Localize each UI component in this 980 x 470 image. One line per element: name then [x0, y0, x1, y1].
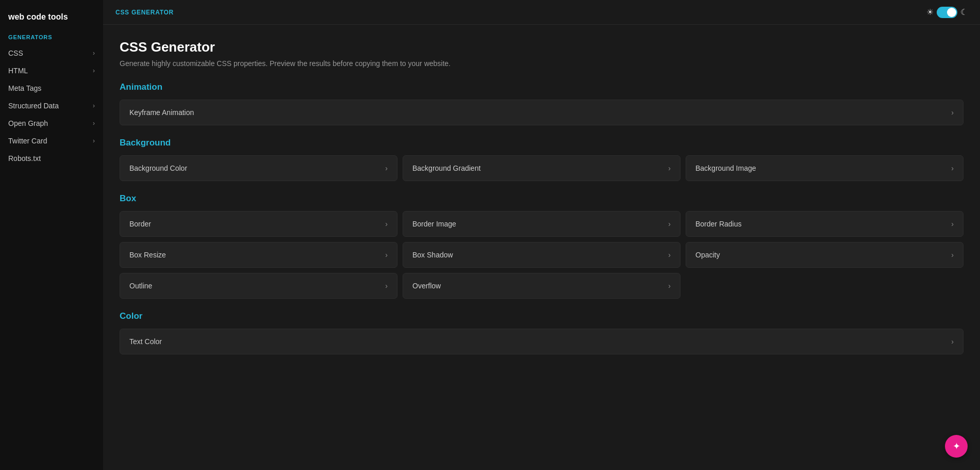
card-label: Keyframe Animation	[129, 108, 194, 117]
fab-button[interactable]: ✦	[945, 435, 968, 458]
sidebar-item-label-twitter-card: Twitter Card	[8, 137, 47, 145]
moon-icon: ☾	[960, 7, 968, 17]
fab-icon: ✦	[953, 441, 960, 452]
sidebar-item-html[interactable]: HTML ›	[0, 62, 103, 79]
chevron-right-icon: ›	[668, 164, 671, 172]
sidebar-item-structured-data[interactable]: Structured Data ›	[0, 97, 103, 115]
chevron-right-icon: ›	[385, 220, 388, 228]
sidebar-item-label-structured-data: Structured Data	[8, 102, 59, 110]
card-label: Background Color	[129, 164, 187, 172]
sidebar-item-label-open-graph: Open Graph	[8, 119, 48, 127]
card-keyframe-animation[interactable]: Keyframe Animation ›	[120, 100, 964, 125]
sidebar-item-label-css: CSS	[8, 49, 23, 57]
card-label: Overflow	[412, 282, 441, 290]
sidebar-section-generators: GENERATORS	[0, 32, 103, 44]
chevron-right-icon: ›	[385, 251, 388, 259]
card-border-image[interactable]: Border Image ›	[403, 211, 680, 237]
color-grid: Text Color ›	[120, 329, 964, 354]
chevron-right-icon: ›	[385, 282, 388, 290]
chevron-down-icon: ›	[93, 102, 95, 109]
box-grid: Border › Border Image › Border Radius › …	[120, 211, 964, 299]
sidebar-item-meta-tags[interactable]: Meta Tags	[0, 79, 103, 97]
card-background-color[interactable]: Background Color ›	[120, 155, 397, 181]
card-label: Box Resize	[129, 251, 166, 259]
chevron-right-icon: ›	[951, 251, 954, 259]
chevron-down-icon: ›	[93, 50, 95, 57]
card-label: Background Image	[695, 164, 756, 172]
section-heading-color: Color	[120, 311, 964, 321]
card-label: Opacity	[695, 251, 720, 259]
app-logo: web code tools	[0, 8, 103, 32]
toggle-thumb	[947, 8, 956, 17]
chevron-right-icon: ›	[668, 251, 671, 259]
chevron-right-icon: ›	[385, 164, 388, 172]
animation-grid: Keyframe Animation ›	[120, 100, 964, 125]
theme-toggle[interactable]	[937, 7, 957, 18]
page-subtitle: Generate highly customizable CSS propert…	[120, 59, 964, 68]
chevron-down-icon: ›	[93, 67, 95, 74]
card-label: Background Gradient	[412, 164, 480, 172]
chevron-right-icon: ›	[951, 108, 954, 117]
card-outline[interactable]: Outline ›	[120, 273, 397, 299]
sidebar-item-label-meta-tags: Meta Tags	[8, 84, 41, 92]
page-content: CSS Generator Generate highly customizab…	[103, 25, 980, 470]
main-content: CSS GENERATOR ☀ ☾ CSS Generator Generate…	[103, 0, 980, 470]
chevron-right-icon: ›	[951, 337, 954, 346]
card-opacity[interactable]: Opacity ›	[686, 242, 964, 268]
card-label: Outline	[129, 282, 152, 290]
sidebar-item-label-robots-txt: Robots.txt	[8, 154, 41, 163]
breadcrumb: CSS GENERATOR	[115, 9, 174, 16]
card-label: Text Color	[129, 337, 162, 346]
topbar: CSS GENERATOR ☀ ☾	[103, 0, 980, 25]
card-label: Border	[129, 220, 151, 228]
card-text-color[interactable]: Text Color ›	[120, 329, 964, 354]
page-title: CSS Generator	[120, 39, 964, 55]
sidebar: web code tools GENERATORS CSS › HTML › M…	[0, 0, 103, 470]
section-heading-animation: Animation	[120, 82, 964, 92]
card-label: Border Radius	[695, 220, 742, 228]
sidebar-item-robots-txt[interactable]: Robots.txt	[0, 150, 103, 167]
card-label: Border Image	[412, 220, 456, 228]
card-border[interactable]: Border ›	[120, 211, 397, 237]
chevron-down-icon: ›	[93, 120, 95, 127]
background-grid: Background Color › Background Gradient ›…	[120, 155, 964, 181]
theme-toggle-area: ☀ ☾	[926, 7, 968, 18]
chevron-right-icon: ›	[668, 282, 671, 290]
card-background-gradient[interactable]: Background Gradient ›	[403, 155, 680, 181]
sidebar-item-css[interactable]: CSS ›	[0, 44, 103, 62]
chevron-right-icon: ›	[951, 220, 954, 228]
sun-icon: ☀	[926, 7, 934, 17]
sidebar-item-twitter-card[interactable]: Twitter Card ›	[0, 132, 103, 150]
section-heading-box: Box	[120, 193, 964, 204]
card-border-radius[interactable]: Border Radius ›	[686, 211, 964, 237]
sidebar-item-label-html: HTML	[8, 67, 28, 75]
sidebar-item-open-graph[interactable]: Open Graph ›	[0, 115, 103, 132]
card-label: Box Shadow	[412, 251, 453, 259]
card-background-image[interactable]: Background Image ›	[686, 155, 964, 181]
chevron-down-icon: ›	[93, 137, 95, 144]
card-overflow[interactable]: Overflow ›	[403, 273, 680, 299]
chevron-right-icon: ›	[951, 164, 954, 172]
card-box-shadow[interactable]: Box Shadow ›	[403, 242, 680, 268]
chevron-right-icon: ›	[668, 220, 671, 228]
section-heading-background: Background	[120, 138, 964, 148]
card-box-resize[interactable]: Box Resize ›	[120, 242, 397, 268]
